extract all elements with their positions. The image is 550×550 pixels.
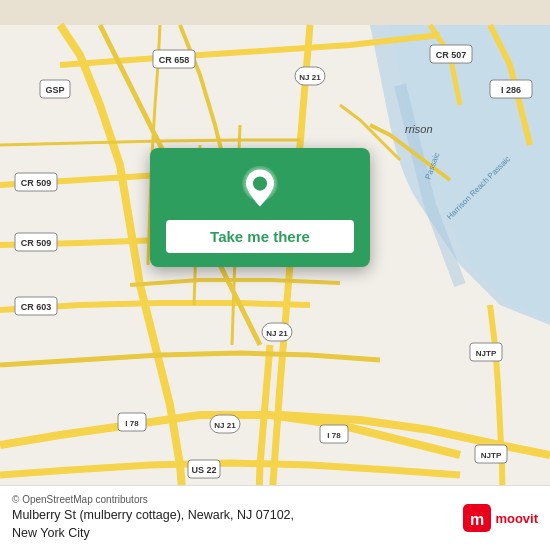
svg-text:CR 509: CR 509 — [21, 238, 52, 248]
svg-text:I 286: I 286 — [501, 85, 521, 95]
osm-credit: © OpenStreetMap contributors — [12, 494, 294, 505]
address-text: Mulberry St (mulberry cottage), Newark, … — [12, 507, 294, 542]
address-line2: New York City — [12, 526, 90, 540]
svg-text:NJTP: NJTP — [481, 451, 502, 460]
svg-text:I 78: I 78 — [327, 431, 341, 440]
moovit-icon: m — [463, 504, 491, 532]
take-me-there-button[interactable]: Take me there — [166, 220, 354, 253]
svg-text:rrison: rrison — [405, 123, 433, 135]
svg-text:US 22: US 22 — [191, 465, 216, 475]
map-background: CR 658 GSP NJ 21 CR 509 CR 509 CR 603 CR… — [0, 0, 550, 550]
svg-text:CR 507: CR 507 — [436, 50, 467, 60]
location-pin-icon — [238, 166, 282, 210]
bottom-bar: © OpenStreetMap contributors Mulberry St… — [0, 485, 550, 550]
moovit-text: moovit — [495, 511, 538, 526]
svg-text:I 78: I 78 — [125, 419, 139, 428]
svg-text:NJ 21: NJ 21 — [299, 73, 321, 82]
bottom-left: © OpenStreetMap contributors Mulberry St… — [12, 494, 294, 542]
svg-point-36 — [253, 177, 267, 191]
svg-text:NJTP: NJTP — [476, 349, 497, 358]
moovit-logo: m moovit — [463, 504, 538, 532]
svg-text:NJ 21: NJ 21 — [214, 421, 236, 430]
svg-text:GSP: GSP — [45, 85, 64, 95]
address-line1: Mulberry St (mulberry cottage), Newark, … — [12, 508, 294, 522]
location-card: Take me there — [150, 148, 370, 267]
svg-text:CR 509: CR 509 — [21, 178, 52, 188]
map-container: CR 658 GSP NJ 21 CR 509 CR 509 CR 603 CR… — [0, 0, 550, 550]
svg-text:CR 603: CR 603 — [21, 302, 52, 312]
svg-text:NJ 21: NJ 21 — [266, 329, 288, 338]
svg-text:CR 658: CR 658 — [159, 55, 190, 65]
svg-text:m: m — [470, 511, 484, 528]
